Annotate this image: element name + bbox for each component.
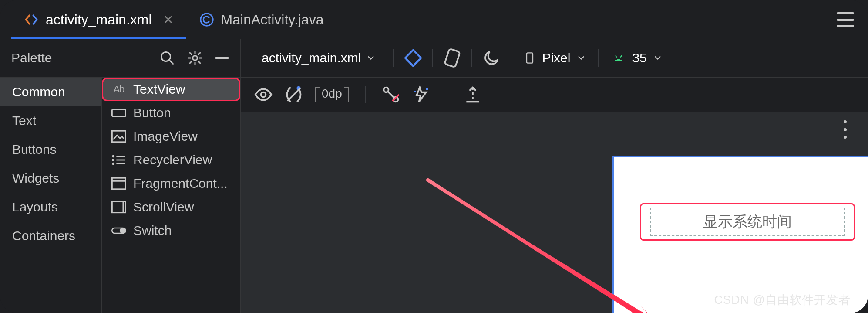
clear-constraints-icon[interactable] <box>381 85 400 104</box>
orientation-icon[interactable] <box>443 48 462 68</box>
separator <box>471 49 472 67</box>
svg-line-29 <box>387 92 394 98</box>
separator <box>365 86 366 103</box>
design-panel: activity_main.xml Pixel 35 <box>241 39 868 313</box>
svg-point-6 <box>112 155 114 157</box>
category-layouts[interactable]: Layouts <box>0 193 101 221</box>
separator <box>511 49 511 67</box>
svg-rect-4 <box>112 109 125 117</box>
svg-point-21 <box>620 58 621 60</box>
default-margin-input[interactable]: 0dp <box>315 87 349 102</box>
gear-icon[interactable] <box>187 50 203 66</box>
tab-label: MainActivity.java <box>221 12 324 28</box>
svg-line-26 <box>287 88 300 101</box>
night-mode-icon[interactable] <box>482 48 501 68</box>
chevron-down-icon <box>576 53 586 63</box>
svg-rect-19 <box>527 53 533 63</box>
fragment-icon <box>111 177 126 190</box>
design-surface-icon[interactable] <box>404 48 423 68</box>
imageview-icon <box>111 130 126 143</box>
svg-point-17 <box>120 228 125 233</box>
tab-activity-main-xml[interactable]: activity_main.xml ✕ <box>11 0 186 39</box>
close-icon[interactable]: ✕ <box>163 13 173 27</box>
autoconnect-icon[interactable] <box>284 85 303 104</box>
switch-icon <box>111 224 126 237</box>
svg-rect-12 <box>112 178 125 189</box>
watermark: CSDN @自由软件开发者 <box>714 292 851 308</box>
category-text[interactable]: Text <box>0 106 101 135</box>
component-label: ScrollView <box>133 200 194 214</box>
palette-title: Palette <box>11 51 159 65</box>
palette-panel: Palette Common Text Buttons Widgets <box>0 39 241 313</box>
device-label: Pixel <box>542 51 570 65</box>
component-scrollview[interactable]: ScrollView <box>102 195 240 219</box>
svg-line-23 <box>621 55 622 57</box>
svg-point-24 <box>261 92 266 97</box>
separator <box>447 86 447 103</box>
category-containers[interactable]: Containers <box>0 221 101 250</box>
separator <box>598 49 599 67</box>
app-root: activity_main.xml ✕ MainActivity.java Pa… <box>0 0 868 313</box>
java-class-icon <box>199 12 214 27</box>
hamburger-icon[interactable] <box>837 12 854 27</box>
category-buttons[interactable]: Buttons <box>0 135 101 164</box>
svg-point-8 <box>112 159 114 161</box>
kebab-icon[interactable] <box>838 120 851 139</box>
textview-icon: Ab <box>111 83 126 96</box>
svg-point-20 <box>616 58 618 60</box>
android-icon <box>611 51 626 65</box>
collapse-icon[interactable] <box>215 57 229 59</box>
textview-highlight[interactable]: 显示系统时间 <box>640 203 855 241</box>
tab-mainactivity-java[interactable]: MainActivity.java <box>186 0 337 39</box>
component-label: ImageView <box>133 129 198 144</box>
component-button[interactable]: Button <box>102 101 240 125</box>
category-common[interactable]: Common <box>0 78 101 106</box>
layout-file-selector[interactable]: activity_main.xml <box>254 48 384 68</box>
device-icon <box>524 50 536 66</box>
chevron-down-icon <box>366 53 376 63</box>
svg-point-10 <box>112 163 114 164</box>
button-icon <box>111 106 126 119</box>
component-label: FragmentCont... <box>133 176 228 191</box>
main-area: Palette Common Text Buttons Widgets <box>0 39 868 313</box>
component-textview[interactable]: Ab TextView <box>102 78 240 101</box>
svg-point-3 <box>193 56 198 61</box>
svg-line-22 <box>616 55 617 57</box>
svg-rect-18 <box>445 49 461 68</box>
component-imageview[interactable]: ImageView <box>102 125 240 148</box>
device-frame[interactable]: 显示系统时间 <box>612 156 868 313</box>
palette-body: Common Text Buttons Widgets Layouts Cont… <box>0 78 240 313</box>
tab-bar: activity_main.xml ✕ MainActivity.java <box>0 0 868 39</box>
svg-line-2 <box>169 60 173 64</box>
infer-constraints-icon[interactable] <box>412 85 431 104</box>
design-canvas[interactable]: 显示系统时间 <box>241 112 868 313</box>
recyclerview-icon <box>111 153 126 167</box>
api-label: 35 <box>632 51 646 65</box>
search-icon[interactable] <box>159 50 175 66</box>
textview-component[interactable]: 显示系统时间 <box>650 208 845 236</box>
svg-point-32 <box>414 91 416 92</box>
palette-header: Palette <box>0 39 240 78</box>
component-switch[interactable]: Switch <box>102 219 240 242</box>
palette-actions <box>159 50 229 66</box>
design-toolbar-primary: activity_main.xml Pixel 35 <box>241 39 868 78</box>
xml-tag-icon <box>24 12 39 27</box>
component-label: RecyclerView <box>133 153 212 167</box>
design-toolbar-secondary: 0dp <box>241 78 868 112</box>
category-widgets[interactable]: Widgets <box>0 164 101 193</box>
component-label: Button <box>133 105 171 120</box>
scrollview-icon <box>111 201 126 214</box>
svg-point-0 <box>200 14 212 26</box>
device-selector[interactable]: Pixel <box>521 50 589 66</box>
guidelines-icon[interactable] <box>463 85 482 104</box>
svg-point-31 <box>426 88 428 90</box>
component-recyclerview[interactable]: RecyclerView <box>102 148 240 172</box>
api-selector[interactable]: 35 <box>609 51 665 65</box>
component-label: TextView <box>133 82 185 97</box>
tab-label: activity_main.xml <box>46 12 152 28</box>
component-fragmentcontainer[interactable]: FragmentCont... <box>102 172 240 195</box>
layout-file-label: activity_main.xml <box>262 51 361 65</box>
component-list: Ab TextView Button ImageView RecyclerVie… <box>102 78 240 313</box>
category-list: Common Text Buttons Widgets Layouts Cont… <box>0 78 102 313</box>
view-options-icon[interactable] <box>254 85 273 104</box>
